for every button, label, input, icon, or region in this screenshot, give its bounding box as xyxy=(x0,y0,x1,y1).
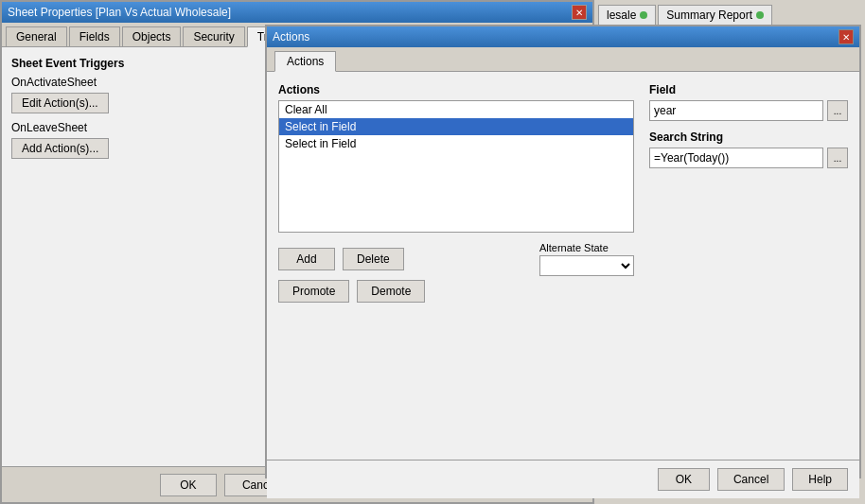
alternate-state-label: Alternate State xyxy=(539,242,634,253)
field-input[interactable] xyxy=(649,100,823,121)
actions-left-panel: Actions Clear All Select in Field Select… xyxy=(278,83,634,448)
field-label: Field xyxy=(649,83,848,96)
field-row: ... xyxy=(649,100,848,121)
lesale-dot xyxy=(640,11,647,19)
sheet-props-title: Sheet Properties [Plan Vs Actual Wholesa… xyxy=(8,6,231,19)
alternate-state-section: Alternate State xyxy=(539,242,634,276)
actions-ok-button[interactable]: OK xyxy=(658,468,710,491)
alternate-state-select[interactable] xyxy=(539,255,634,276)
top-tab-lesale[interactable]: lesale xyxy=(598,5,656,25)
promote-button[interactable]: Promote xyxy=(278,280,349,303)
actions-cancel-button[interactable]: Cancel xyxy=(717,468,785,491)
actions-dialog: Actions ✕ Actions Actions Clear All Sele… xyxy=(265,25,861,478)
lesale-tab-label: lesale xyxy=(607,9,636,22)
tab-fields[interactable]: Fields xyxy=(69,26,120,46)
sheet-props-close-button[interactable]: ✕ xyxy=(572,5,587,20)
actions-column-label: Actions xyxy=(278,83,634,96)
tab-security[interactable]: Security xyxy=(183,26,244,46)
top-tabs-bar: lesale Summary Report xyxy=(594,0,865,25)
list-item-select-in-field-1[interactable]: Select in Field xyxy=(279,118,633,135)
tab-objects[interactable]: Objects xyxy=(122,26,182,46)
actions-list[interactable]: Clear All Select in Field Select in Fiel… xyxy=(278,100,634,233)
add-actions-button[interactable]: Add Action(s)... xyxy=(11,138,109,159)
search-string-label: Search String xyxy=(649,130,848,144)
top-tab-summary-report[interactable]: Summary Report xyxy=(658,5,772,25)
sheet-props-titlebar: Sheet Properties [Plan Vs Actual Wholesa… xyxy=(2,2,592,23)
action-buttons-row: Add Delete Alternate State xyxy=(278,242,634,276)
sheet-ok-button[interactable]: OK xyxy=(160,474,217,496)
actions-dialog-title: Actions xyxy=(273,30,309,43)
tab-general[interactable]: General xyxy=(6,26,67,46)
add-button[interactable]: Add xyxy=(278,248,335,270)
actions-titlebar: Actions ✕ xyxy=(267,26,859,47)
actions-close-button[interactable]: ✕ xyxy=(839,29,854,44)
actions-help-button[interactable]: Help xyxy=(792,468,848,491)
actions-bottom-bar: OK Cancel Help xyxy=(267,460,859,498)
demote-button[interactable]: Demote xyxy=(357,280,425,303)
actions-tabs-bar: Actions xyxy=(267,47,859,72)
search-string-input[interactable] xyxy=(649,148,823,168)
alternate-state-select-wrapper[interactable] xyxy=(539,255,634,276)
search-string-browse-button[interactable]: ... xyxy=(827,148,848,168)
actions-layout: Actions Clear All Select in Field Select… xyxy=(278,83,848,448)
summary-report-dot xyxy=(756,11,764,19)
list-item-select-in-field-2[interactable]: Select in Field xyxy=(279,135,633,152)
summary-report-tab-label: Summary Report xyxy=(666,9,752,22)
search-string-row: ... xyxy=(649,148,848,168)
field-browse-button[interactable]: ... xyxy=(827,100,848,121)
edit-actions-button[interactable]: Edit Action(s)... xyxy=(11,93,109,113)
actions-right-panel: Field ... Search String ... xyxy=(649,83,848,448)
actions-body: Actions Clear All Select in Field Select… xyxy=(267,72,859,460)
promote-demote-row: Promote Demote xyxy=(278,280,634,303)
delete-button[interactable]: Delete xyxy=(343,248,404,270)
list-item-clear-all[interactable]: Clear All xyxy=(279,101,633,118)
actions-tab-actions[interactable]: Actions xyxy=(274,51,336,72)
